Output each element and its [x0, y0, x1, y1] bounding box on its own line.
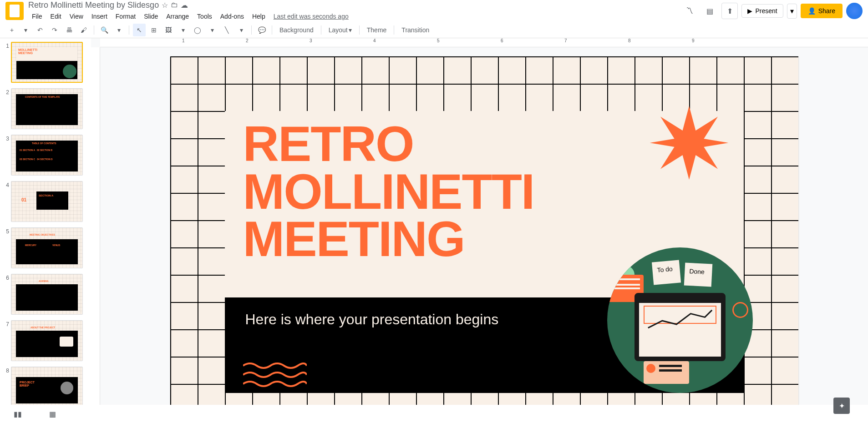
slide-thumb-3[interactable]: TABLE OF CONTENTS 01 SECTION A 02 SECTIO… — [11, 135, 83, 176]
starburst-decoration — [648, 102, 730, 184]
share-icon: 👤 — [808, 7, 816, 15]
select-tool[interactable]: ↖ — [133, 24, 146, 36]
note-todo: To do — [651, 260, 680, 285]
slide-thumb-5[interactable]: MEETING OBJECTIVES MERCURY VENUS — [11, 227, 83, 268]
present-dropdown[interactable]: ▾ — [787, 4, 797, 19]
menu-insert[interactable]: Insert — [88, 11, 111, 22]
line-tool[interactable]: ╲ — [220, 24, 233, 36]
slide-thumb-7[interactable]: ABOUT THE PROJECT — [11, 320, 83, 361]
doc-title[interactable]: Retro Mollinetti Meeting by Slidesgo — [28, 0, 159, 10]
paint-format-button[interactable]: 🖌 — [77, 24, 90, 36]
slide-canvas[interactable]: RETRO MOLLINETTI MEETING Here is where y… — [170, 56, 798, 405]
background-button[interactable]: Background — [276, 25, 317, 35]
thumb-num: 7 — [2, 321, 9, 327]
toolbar: + ▾ ↶ ↷ 🖶 🖌 🔍 ▾ ↖ ⊞ 🖼 ▾ ◯ ▾ ╲ ▾ 💬 Backgr… — [0, 22, 868, 38]
title-section: Retro Mollinetti Meeting by Slidesgo ☆ 🗀… — [28, 0, 677, 22]
textbox-tool[interactable]: ⊞ — [147, 24, 160, 36]
user-avatar[interactable] — [846, 3, 863, 19]
slide-title-text[interactable]: RETRO MOLLINETTI MEETING — [243, 120, 534, 263]
main-area: 1 MOLLINETTIMEETING 2 CONTENTS OF THIS T… — [0, 38, 868, 405]
comments-icon[interactable]: ▤ — [701, 3, 718, 19]
ruler-vertical[interactable] — [91, 47, 100, 405]
activity-icon[interactable]: 〽 — [681, 3, 698, 19]
computer-illustration: To do Done — [607, 247, 753, 393]
menu-help[interactable]: Help — [249, 11, 269, 22]
menu-file[interactable]: File — [28, 11, 46, 22]
slide-thumb-2[interactable]: CONTENTS OF THIS TEMPLATE — [11, 88, 83, 129]
comment-tool[interactable]: 💬 — [255, 24, 268, 36]
present-icon: ▶ — [747, 7, 752, 15]
app-header: Retro Mollinetti Meeting by Slidesgo ☆ 🗀… — [0, 0, 868, 22]
new-slide-button[interactable]: + — [5, 24, 18, 36]
star-icon[interactable]: ☆ — [162, 1, 168, 10]
note-done: Done — [684, 262, 712, 287]
print-button[interactable]: 🖶 — [63, 24, 76, 36]
bottom-bar: ▮▮ ▦ — [0, 405, 868, 423]
image-dropdown[interactable]: ▾ — [177, 24, 189, 36]
thumb-num: 2 — [2, 89, 9, 96]
image-tool[interactable]: 🖼 — [162, 24, 175, 36]
menu-arrange[interactable]: Arrange — [162, 11, 193, 22]
redo-button[interactable]: ↷ — [48, 24, 61, 36]
wavy-lines-decoration — [243, 361, 307, 388]
thumb-num: 4 — [2, 182, 9, 188]
layout-button[interactable]: Layout▾ — [325, 25, 355, 35]
slide-subtitle-text[interactable]: Here is where your presentation begins — [245, 311, 499, 328]
zoom-button[interactable]: 🔍 — [98, 24, 111, 36]
shape-tool[interactable]: ◯ — [191, 24, 204, 36]
slide-thumb-6[interactable]: AGENDA — [11, 274, 83, 315]
menu-tools[interactable]: Tools — [193, 11, 216, 22]
menu-format[interactable]: Format — [112, 11, 139, 22]
explore-button[interactable]: ✦ — [833, 398, 850, 414]
thumb-num: 1 — [2, 43, 9, 49]
svg-marker-0 — [650, 106, 728, 180]
new-slide-dropdown[interactable]: ▾ — [19, 24, 32, 36]
present-label: Present — [755, 7, 777, 15]
undo-button[interactable]: ↶ — [34, 24, 46, 36]
slides-logo[interactable] — [5, 2, 24, 20]
menu-view[interactable]: View — [66, 11, 87, 22]
canvas-area: 1 2 3 4 5 6 7 8 9 RETRO MOLLINETTI MEETI… — [91, 38, 868, 405]
transition-button[interactable]: Transition — [398, 25, 433, 35]
shape-dropdown[interactable]: ▾ — [206, 24, 218, 36]
line-dropdown[interactable]: ▾ — [235, 24, 248, 36]
present-button[interactable]: ▶ Present — [741, 4, 783, 18]
slide-thumb-1[interactable]: MOLLINETTIMEETING — [11, 42, 83, 83]
thumb-num: 6 — [2, 275, 9, 281]
upload-icon[interactable]: ⬆ — [721, 3, 738, 19]
zoom-dropdown[interactable]: ▾ — [112, 24, 125, 36]
cloud-icon[interactable]: ☁ — [181, 1, 188, 10]
slide-thumb-8[interactable]: PROJECTBRIEF — [11, 367, 83, 405]
grid-view-icon[interactable]: ▦ — [49, 410, 56, 418]
menu-slide[interactable]: Slide — [140, 11, 162, 22]
slide-thumb-4[interactable]: 01 SECTION A — [11, 181, 83, 222]
share-label: Share — [818, 7, 835, 15]
move-icon[interactable]: 🗀 — [171, 1, 178, 9]
thumb-num: 3 — [2, 136, 9, 142]
filmstrip-view-icon[interactable]: ▮▮ — [14, 410, 22, 418]
share-button[interactable]: 👤 Share — [801, 4, 843, 18]
thumb-num: 5 — [2, 228, 9, 235]
theme-button[interactable]: Theme — [363, 25, 391, 35]
filmstrip[interactable]: 1 MOLLINETTIMEETING 2 CONTENTS OF THIS T… — [0, 38, 91, 405]
ruler-horizontal[interactable]: 1 2 3 4 5 6 7 8 9 — [100, 38, 868, 47]
last-edit-link[interactable]: Last edit was seconds ago — [274, 13, 349, 20]
menu-edit[interactable]: Edit — [47, 11, 65, 22]
thumb-num: 8 — [2, 368, 9, 374]
menu-addons[interactable]: Add-ons — [217, 11, 248, 22]
